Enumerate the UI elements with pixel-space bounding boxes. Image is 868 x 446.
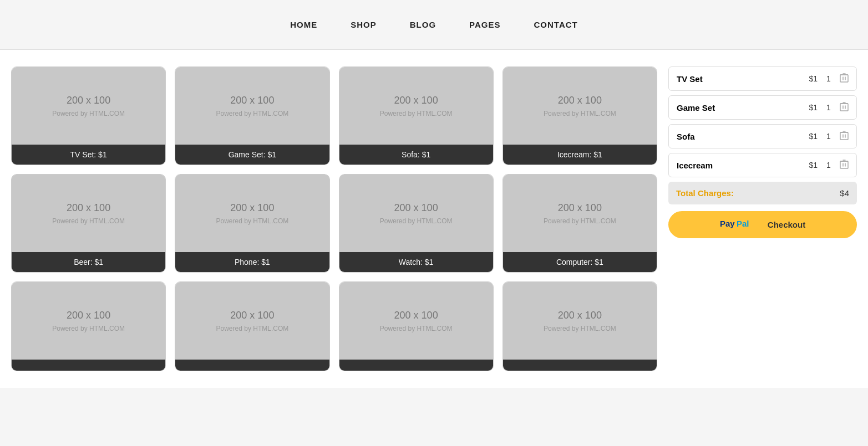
svg-rect-1 (840, 104, 848, 111)
product-powered: Powered by HTML.COM (52, 325, 125, 332)
product-card-beer[interactable]: 200 x 100Powered by HTML.COMBeer: $1 (11, 174, 166, 273)
product-image: 200 x 100Powered by HTML.COM (12, 175, 165, 252)
svg-rect-2 (840, 132, 848, 140)
product-powered: Powered by HTML.COM (52, 217, 125, 225)
cart-total-amount: $4 (840, 188, 849, 198)
svg-text:Pal: Pal (737, 219, 749, 228)
product-card-product10[interactable]: 200 x 100Powered by HTML.COM (175, 281, 329, 371)
main-nav: HOMESHOPBLOGPAGESCONTACT (290, 20, 577, 29)
product-card-watch[interactable]: 200 x 100Powered by HTML.COMWatch: $1 (339, 174, 494, 273)
product-card-product11[interactable]: 200 x 100Powered by HTML.COM (339, 281, 494, 371)
product-dimension: 200 x 100 (230, 95, 274, 106)
cart-item-name: Icecream (677, 161, 795, 170)
product-label: Beer: $1 (12, 252, 165, 272)
product-card-game-set[interactable]: 200 x 100Powered by HTML.COMGame Set: $1 (175, 66, 329, 165)
product-label (503, 360, 657, 371)
cart-sidebar: TV Set$11Game Set$11Sofa$11Icecream$11To… (668, 66, 857, 371)
cart-item-name: Game Set (677, 103, 795, 112)
product-label: Phone: $1 (175, 252, 329, 272)
svg-text:Pay: Pay (720, 219, 735, 228)
product-label (175, 360, 329, 371)
product-powered: Powered by HTML.COM (216, 217, 289, 225)
product-powered: Powered by HTML.COM (380, 217, 453, 225)
product-label: Sofa: $1 (339, 145, 493, 165)
product-image: 200 x 100Powered by HTML.COM (175, 282, 329, 360)
product-image: 200 x 100Powered by HTML.COM (503, 282, 657, 360)
product-dimension: 200 x 100 (558, 95, 602, 106)
product-powered: Powered by HTML.COM (544, 110, 616, 117)
product-label: Computer: $1 (503, 252, 657, 272)
cart-item-price: $1 (801, 161, 818, 170)
product-label: Game Set: $1 (175, 145, 329, 165)
cart-item-delete-button[interactable] (840, 130, 849, 142)
cart-item-cart-tv: TV Set$11 (668, 66, 857, 91)
cart-item-cart-game: Game Set$11 (668, 95, 857, 120)
product-label: Icecream: $1 (503, 145, 657, 165)
product-dimension: 200 x 100 (558, 310, 602, 321)
product-powered: Powered by HTML.COM (216, 325, 289, 332)
nav-item-contact[interactable]: CONTACT (534, 20, 578, 29)
product-card-product9[interactable]: 200 x 100Powered by HTML.COM (11, 281, 166, 371)
product-image: 200 x 100Powered by HTML.COM (175, 175, 329, 252)
product-card-computer[interactable]: 200 x 100Powered by HTML.COMComputer: $1 (502, 174, 657, 273)
cart-item-price: $1 (801, 103, 818, 112)
product-dimension: 200 x 100 (394, 310, 438, 321)
cart-total-row: Total Charges:$4 (668, 182, 857, 204)
nav-item-blog[interactable]: BLOG (410, 20, 436, 29)
cart-item-qty: 1 (823, 161, 834, 170)
product-powered: Powered by HTML.COM (544, 325, 616, 332)
product-image: 200 x 100Powered by HTML.COM (175, 67, 329, 145)
product-card-tv-set[interactable]: 200 x 100Powered by HTML.COMTV Set: $1 (11, 66, 166, 165)
paypal-logo-icon: Pay Pal (720, 218, 764, 232)
product-card-product12[interactable]: 200 x 100Powered by HTML.COM (502, 281, 657, 371)
cart-item-delete-button[interactable] (840, 73, 849, 85)
product-card-phone[interactable]: 200 x 100Powered by HTML.COMPhone: $1 (175, 174, 329, 273)
product-image: 200 x 100Powered by HTML.COM (339, 67, 493, 145)
cart-item-price: $1 (801, 132, 818, 141)
cart-item-price: $1 (801, 74, 818, 83)
paypal-checkout-button[interactable]: Pay Pal Checkout (668, 211, 857, 238)
cart-item-name: TV Set (677, 74, 795, 84)
product-dimension: 200 x 100 (394, 95, 438, 106)
product-dimension: 200 x 100 (230, 310, 274, 321)
product-dimension: 200 x 100 (558, 202, 602, 214)
cart-item-cart-ice: Icecream$11 (668, 153, 857, 177)
cart-item-qty: 1 (823, 74, 834, 83)
nav-item-shop[interactable]: SHOP (351, 20, 377, 29)
product-powered: Powered by HTML.COM (380, 110, 453, 117)
paypal-checkout-text: Checkout (768, 220, 805, 229)
product-label (339, 360, 493, 371)
product-powered: Powered by HTML.COM (216, 110, 289, 117)
svg-rect-0 (840, 75, 848, 82)
product-powered: Powered by HTML.COM (380, 325, 453, 332)
product-image: 200 x 100Powered by HTML.COM (339, 282, 493, 360)
product-image: 200 x 100Powered by HTML.COM (503, 175, 657, 252)
product-card-sofa[interactable]: 200 x 100Powered by HTML.COMSofa: $1 (339, 66, 494, 165)
cart-item-qty: 1 (823, 103, 834, 112)
svg-rect-3 (840, 161, 848, 168)
product-powered: Powered by HTML.COM (544, 217, 616, 225)
product-card-icecream[interactable]: 200 x 100Powered by HTML.COMIcecream: $1 (502, 66, 657, 165)
product-dimension: 200 x 100 (67, 202, 110, 214)
cart-item-cart-sofa: Sofa$11 (668, 124, 857, 148)
product-image: 200 x 100Powered by HTML.COM (12, 67, 165, 145)
product-label: Watch: $1 (339, 252, 493, 272)
product-dimension: 200 x 100 (230, 202, 274, 214)
product-dimension: 200 x 100 (394, 202, 438, 214)
product-label (12, 360, 165, 371)
product-label: TV Set: $1 (12, 145, 165, 165)
cart-item-delete-button[interactable] (840, 159, 849, 171)
cart-item-qty: 1 (823, 132, 834, 141)
product-image: 200 x 100Powered by HTML.COM (503, 67, 657, 145)
product-image: 200 x 100Powered by HTML.COM (339, 175, 493, 252)
product-dimension: 200 x 100 (67, 95, 110, 106)
cart-item-delete-button[interactable] (840, 101, 849, 114)
product-powered: Powered by HTML.COM (52, 110, 125, 117)
nav-item-home[interactable]: HOME (290, 20, 317, 29)
product-image: 200 x 100Powered by HTML.COM (12, 282, 165, 360)
cart-item-name: Sofa (677, 132, 795, 141)
header: HOMESHOPBLOGPAGESCONTACT (0, 0, 868, 50)
main-content: 200 x 100Powered by HTML.COMTV Set: $120… (0, 50, 868, 388)
nav-item-pages[interactable]: PAGES (469, 20, 500, 29)
product-dimension: 200 x 100 (67, 310, 110, 321)
